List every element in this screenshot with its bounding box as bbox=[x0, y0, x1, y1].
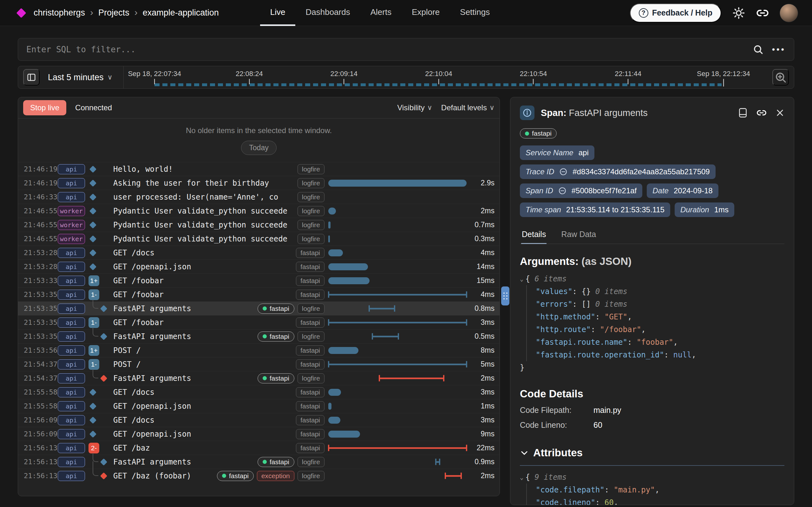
service-tag-fastapi[interactable]: fastapi bbox=[520, 128, 557, 138]
share-link-icon[interactable] bbox=[756, 7, 769, 19]
collapse-count-badge[interactable]: 2- bbox=[89, 443, 99, 453]
stop-live-button[interactable]: Stop live bbox=[23, 100, 66, 115]
collapse-count-badge[interactable]: 1+ bbox=[89, 275, 99, 286]
tag-api[interactable]: api bbox=[58, 178, 85, 188]
tag-worker[interactable]: worker bbox=[58, 220, 85, 230]
visibility-dropdown[interactable]: Visibility ∨ bbox=[397, 103, 432, 112]
span-row[interactable]: 21:53:35api1-GET /foobarfastapi3ms bbox=[18, 315, 500, 329]
tag-api[interactable]: api bbox=[58, 290, 85, 300]
sql-filter-input[interactable] bbox=[26, 45, 752, 54]
collapse-count-badge[interactable]: 1- bbox=[89, 359, 99, 370]
tag-api[interactable]: api bbox=[58, 415, 85, 425]
badge-fastapi[interactable]: fastapi bbox=[296, 262, 324, 272]
tab-details[interactable]: Details bbox=[521, 227, 547, 244]
badge-logfire[interactable]: logfire bbox=[298, 220, 324, 230]
badge-logfire[interactable]: logfire bbox=[298, 457, 324, 467]
span-row[interactable]: 21:53:28apiGET /docsfastapi4ms bbox=[18, 245, 500, 260]
span-row[interactable]: 21:53:33api1+GET /foobarfastapi15ms bbox=[18, 274, 500, 287]
time-range-select[interactable]: Last 5 minutes ∨ bbox=[48, 72, 113, 82]
tag-api[interactable]: api bbox=[58, 373, 85, 383]
badge-fastapi[interactable]: fastapi bbox=[296, 401, 324, 411]
timeline-zoom-icon[interactable] bbox=[772, 69, 789, 86]
more-options-icon[interactable]: ••• bbox=[772, 45, 786, 55]
badge-exception[interactable]: exception bbox=[257, 471, 294, 481]
chip-date[interactable]: Date2024-09-18 bbox=[647, 183, 718, 198]
badge-logfire[interactable]: logfire bbox=[298, 303, 324, 314]
badge-logfire[interactable]: logfire bbox=[298, 471, 324, 481]
dock-panel-icon[interactable] bbox=[738, 108, 748, 118]
span-row[interactable]: 21:54:37api1-POST /fastapi5ms bbox=[18, 357, 500, 371]
chip-time-span[interactable]: Time span21:53:35.114 to 21:53:35.115 bbox=[520, 203, 670, 217]
span-row[interactable]: 21:56:13api2-GET /bazfastapi22ms bbox=[18, 441, 500, 455]
collapse-count-badge[interactable]: 1- bbox=[89, 317, 99, 328]
badge-logfire[interactable]: logfire bbox=[298, 178, 324, 188]
span-row[interactable]: 21:46:55workerPydantic User validate_pyt… bbox=[18, 218, 500, 232]
badge-fastapi[interactable]: fastapi bbox=[296, 415, 324, 425]
logfire-logo-icon[interactable] bbox=[16, 8, 26, 18]
tag-api[interactable]: api bbox=[58, 387, 85, 397]
span-row[interactable]: 21:46:19apiHello, world!logfire bbox=[18, 162, 500, 176]
badge-logfire[interactable]: logfire bbox=[298, 331, 324, 342]
tag-worker[interactable]: worker bbox=[58, 234, 85, 244]
copy-link-icon[interactable] bbox=[757, 108, 767, 118]
tag-api[interactable]: api bbox=[58, 471, 85, 481]
tag-api[interactable]: api bbox=[58, 345, 85, 355]
badge-fastapi[interactable]: fastapi bbox=[296, 387, 324, 397]
chip-span-id[interactable]: Span ID#5008bce5f7fe21af bbox=[520, 183, 642, 198]
badge-fastapi[interactable]: fastapi bbox=[258, 457, 294, 467]
default-levels-dropdown[interactable]: Default levels ∨ bbox=[441, 103, 495, 112]
tag-api[interactable]: api bbox=[58, 443, 85, 453]
badge-logfire[interactable]: logfire bbox=[298, 373, 324, 383]
tab-alerts[interactable]: Alerts bbox=[360, 0, 402, 26]
span-row[interactable]: 21:53:35apiFastAPI argumentsfastapilogfi… bbox=[18, 301, 500, 315]
tag-api[interactable]: api bbox=[58, 429, 85, 439]
badge-fastapi[interactable]: fastapi bbox=[296, 276, 324, 286]
span-row[interactable]: 21:54:37apiFastAPI argumentsfastapilogfi… bbox=[18, 371, 500, 385]
badge-logfire[interactable]: logfire bbox=[298, 192, 324, 202]
badge-fastapi[interactable]: fastapi bbox=[296, 345, 324, 355]
tab-raw-data[interactable]: Raw Data bbox=[560, 227, 597, 244]
badge-fastapi[interactable]: fastapi bbox=[296, 359, 324, 370]
badge-fastapi[interactable]: fastapi bbox=[296, 248, 324, 258]
feedback-help-button[interactable]: ? Feedback / Help bbox=[630, 3, 721, 22]
span-row[interactable]: 21:46:19apiAsking the user for their bir… bbox=[18, 176, 500, 190]
badge-logfire[interactable]: logfire bbox=[298, 206, 324, 216]
today-button[interactable]: Today bbox=[241, 141, 276, 155]
chip-duration[interactable]: Duration1ms bbox=[675, 203, 734, 217]
span-row[interactable]: 21:53:56api1+POST /fastapi8ms bbox=[18, 343, 500, 357]
tag-api[interactable]: api bbox=[58, 318, 85, 328]
badge-logfire[interactable]: logfire bbox=[298, 164, 324, 174]
tab-explore[interactable]: Explore bbox=[402, 0, 450, 26]
tag-worker[interactable]: worker bbox=[58, 206, 85, 216]
tag-api[interactable]: api bbox=[58, 262, 85, 272]
badge-fastapi[interactable]: fastapi bbox=[217, 471, 254, 481]
tag-api[interactable]: api bbox=[58, 331, 85, 342]
span-row[interactable]: 21:56:09apiGET /openapi.jsonfastapi9ms bbox=[18, 427, 500, 441]
tag-api[interactable]: api bbox=[58, 457, 85, 467]
span-row[interactable]: 21:46:55workerPydantic User validate_pyt… bbox=[18, 204, 500, 218]
span-row[interactable]: 21:55:58apiGET /openapi.jsonfastapi1ms bbox=[18, 399, 500, 413]
badge-fastapi[interactable]: fastapi bbox=[296, 429, 324, 439]
collapse-chevron-icon[interactable]: ⌄ bbox=[520, 275, 523, 282]
span-row[interactable]: 21:56:13apiFastAPI argumentsfastapilogfi… bbox=[18, 455, 500, 469]
tab-dashboards[interactable]: Dashboards bbox=[295, 0, 360, 26]
span-row[interactable]: 21:46:33apiuser processed: User(name='An… bbox=[18, 190, 500, 204]
span-row[interactable]: 21:53:35apiFastAPI argumentsfastapilogfi… bbox=[18, 329, 500, 343]
chip-trace-id[interactable]: Trace ID#d834c3374dd6fa2e4aa82a55ab21750… bbox=[520, 164, 716, 179]
tab-live[interactable]: Live bbox=[260, 0, 296, 26]
panel-resize-handle[interactable] bbox=[501, 286, 509, 305]
attributes-heading[interactable]: Attributes bbox=[520, 447, 784, 459]
tag-api[interactable]: api bbox=[58, 192, 85, 202]
collapse-count-badge[interactable]: 1- bbox=[89, 289, 99, 300]
span-row[interactable]: 21:56:13apiGET /baz (foobar)fastapiexcep… bbox=[18, 469, 500, 483]
tag-api[interactable]: api bbox=[58, 303, 85, 314]
tag-api[interactable]: api bbox=[58, 276, 85, 286]
breadcrumb-item-Projects[interactable]: Projects bbox=[98, 8, 130, 18]
span-row[interactable]: 21:53:28apiGET /openapi.jsonfastapi14ms bbox=[18, 260, 500, 274]
breadcrumb-item-example-application[interactable]: example-application bbox=[143, 8, 219, 18]
chip-service-name[interactable]: Service Nameapi bbox=[520, 146, 595, 160]
span-row[interactable]: 21:53:35api1-GET /foobarfastapi4ms bbox=[18, 287, 500, 301]
badge-logfire[interactable]: logfire bbox=[298, 234, 324, 244]
tag-api[interactable]: api bbox=[58, 164, 85, 174]
tab-settings[interactable]: Settings bbox=[450, 0, 500, 26]
